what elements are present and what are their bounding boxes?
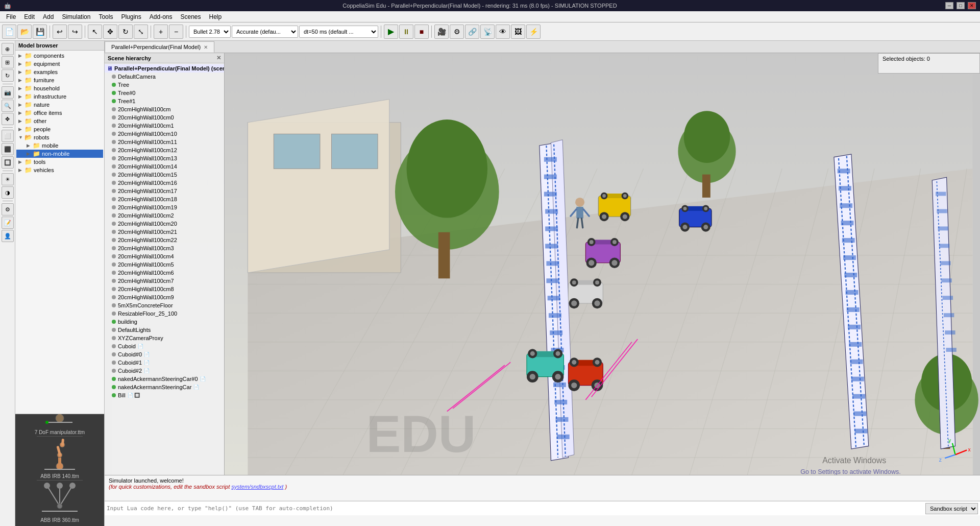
menu-scenes[interactable]: Scenes <box>177 12 205 21</box>
sh-item-wall6[interactable]: 20cmHighWall100cm6 <box>105 269 224 277</box>
sh-item-wall17[interactable]: 20cmHighWall100cm17 <box>105 187 224 195</box>
move-button[interactable]: ✥ <box>103 25 117 39</box>
sh-item-cuboid2[interactable]: Cuboid#2 📄 <box>105 367 224 375</box>
open-button[interactable]: 📂 <box>17 25 32 39</box>
menu-addons[interactable]: Add-ons <box>145 12 177 21</box>
folder-examples[interactable]: ▶ 📁 examples <box>16 68 103 76</box>
menu-add[interactable]: Add <box>39 12 58 21</box>
rotate-button[interactable]: ↻ <box>118 25 133 39</box>
sh-item-building[interactable]: building <box>105 318 224 326</box>
sh-item-wall12[interactable]: 20cmHighWall100cm12 <box>105 146 224 154</box>
lt-object-btn[interactable]: ⊕ <box>2 43 14 55</box>
lt-camera-btn[interactable]: 📷 <box>2 86 14 99</box>
undo-button[interactable]: ↩ <box>53 25 67 39</box>
folder-furniture[interactable]: ▶ 📁 furniture <box>16 76 103 84</box>
folder-people[interactable]: ▶ 📁 people <box>16 125 103 133</box>
lt-rotate-btn[interactable]: ↻ <box>2 69 14 82</box>
sh-item-wall14[interactable]: 20cmHighWall100cm14 <box>105 162 224 171</box>
folder-tools[interactable]: ▶ 📁 tools <box>16 158 103 166</box>
lt-translate-btn[interactable]: ⊞ <box>2 56 14 68</box>
sh-item-cuboid1[interactable]: Cuboid#1 📄 <box>105 358 224 367</box>
sh-item-wall8[interactable]: 20cmHighWall100cm8 <box>105 285 224 293</box>
folder-household[interactable]: ▶ 📁 household <box>16 84 103 92</box>
sh-item-tree1[interactable]: Tree#1 <box>105 97 224 105</box>
sh-item-ackermann[interactable]: nakedAckermannSteeringCar 📄 <box>105 383 224 391</box>
stop-button[interactable]: ■ <box>414 25 429 39</box>
sh-item-wall7[interactable]: 20cmHighWall100cm7 <box>105 277 224 285</box>
physics-engine-dropdown[interactable]: Bullet 2.78 <box>189 26 231 38</box>
scene-hierarchy-close[interactable]: ✕ <box>216 55 221 61</box>
menu-plugins[interactable]: Plugins <box>117 12 145 21</box>
object-button[interactable]: ⚙ <box>450 25 464 39</box>
minimize-button[interactable]: ─ <box>945 2 953 9</box>
play-button[interactable]: ▶ <box>384 25 398 39</box>
restore-button[interactable]: □ <box>957 2 965 9</box>
status-script-link[interactable]: system/sndbxscpt.txt <box>231 484 283 490</box>
sh-item-cuboid0[interactable]: Cuboid#0 📄 <box>105 350 224 358</box>
select-button[interactable]: ↖ <box>88 25 102 39</box>
menu-simulation[interactable]: Simulation <box>58 12 94 21</box>
sh-item-defaultcamera[interactable]: DefaultCamera <box>105 73 224 81</box>
lt-light-btn[interactable]: ☀ <box>2 173 14 185</box>
folder-office-items[interactable]: ▶ 📁 office items <box>16 109 103 117</box>
folder-robots[interactable]: ▼ 📂 robots <box>16 133 103 141</box>
sh-item-wall9[interactable]: 20cmHighWall100cm9 <box>105 293 224 301</box>
pause-button[interactable]: ⏸ <box>399 25 413 39</box>
tab-main[interactable]: Parallel+Perpendicular(Final Model) ✕ <box>105 41 214 53</box>
sh-item-tree0[interactable]: Tree#0 <box>105 89 224 97</box>
folder-mobile[interactable]: ▶ 📁 mobile <box>16 141 103 150</box>
scene-3d-area[interactable]: EDU x y z Activate Windows Go to Setting… <box>105 53 980 475</box>
menu-file[interactable]: File <box>2 12 20 21</box>
scene-viewport[interactable]: Scene hierarchy ✕ 🖥 Parallel+Perpendicul… <box>105 53 980 475</box>
sh-item-bill[interactable]: Bill 📄 🔲 <box>105 391 224 399</box>
sh-item-wall1[interactable]: 20cmHighWall100cm1 <box>105 122 224 130</box>
folder-nature[interactable]: ▶ 📁 nature <box>16 101 103 109</box>
sh-item-wall20[interactable]: 20cmHighWall100cm20 <box>105 220 224 228</box>
lt-user-btn[interactable]: 👤 <box>2 230 14 242</box>
eye-button[interactable]: 👁 <box>496 25 510 39</box>
sh-item-wall21[interactable]: 20cmHighWall100cm21 <box>105 228 224 236</box>
menu-tools[interactable]: Tools <box>94 12 117 21</box>
folder-equipment[interactable]: ▶ 📁 equipment <box>16 60 103 68</box>
sh-item-wall0[interactable]: 20cmHighWall100cm0 <box>105 113 224 122</box>
sh-item-wall18[interactable]: 20cmHighWall100cm18 <box>105 195 224 203</box>
sh-item-cuboid[interactable]: Cuboid 📄 <box>105 342 224 350</box>
save-button[interactable]: 💾 <box>33 25 47 39</box>
sh-item-wall15[interactable]: 20cmHighWall100cm15 <box>105 171 224 179</box>
sh-item-xyzcameraproxy[interactable]: XYZCameraProxy <box>105 334 224 342</box>
close-button[interactable]: ✕ <box>968 2 976 9</box>
folder-components[interactable]: ▶ 📁 components <box>16 52 103 60</box>
lt-shadow-btn[interactable]: ◑ <box>2 186 14 199</box>
lua-input-field[interactable] <box>107 503 925 514</box>
accuracy-dropdown[interactable]: Accurate (defau... <box>232 26 298 38</box>
menu-edit[interactable]: Edit <box>20 12 39 21</box>
menu-help[interactable]: Help <box>205 12 226 21</box>
sh-item-wall5[interactable]: 20cmHighWall100cm5 <box>105 260 224 269</box>
zoom-in-button[interactable]: + <box>154 25 168 39</box>
sh-item-wall2[interactable]: 20cmHighWall100cm2 <box>105 211 224 220</box>
camera-button[interactable]: 🎥 <box>434 25 449 39</box>
sh-item-resizablefloor[interactable]: ResizableFloor_25_100 <box>105 309 224 318</box>
timestep-dropdown[interactable]: dt=50 ms (default ... <box>299 26 378 38</box>
sh-item-wall11[interactable]: 20cmHighWall100cm11 <box>105 138 224 146</box>
sh-item-wall10[interactable]: 20cmHighWall100cm10 <box>105 130 224 138</box>
sh-item-wall13[interactable]: 20cmHighWall100cm13 <box>105 154 224 162</box>
sh-item-tree[interactable]: Tree <box>105 81 224 89</box>
zoom-out-button[interactable]: − <box>169 25 183 39</box>
lt-wire-btn[interactable]: ⬜ <box>2 130 14 142</box>
sh-item-wall22[interactable]: 20cmHighWall100cm22 <box>105 236 224 244</box>
scale-button[interactable]: ⤡ <box>134 25 148 39</box>
sandbox-script-dropdown[interactable]: Sandbox script <box>925 503 978 514</box>
folder-vehicles[interactable]: ▶ 📁 vehicles <box>16 166 103 174</box>
folder-other[interactable]: ▶ 📁 other <box>16 117 103 125</box>
sh-item-wall4[interactable]: 20cmHighWall100cm4 <box>105 252 224 260</box>
lt-sim-btn[interactable]: ⚙ <box>2 203 14 216</box>
sh-item-wall19[interactable]: 20cmHighWall100cm19 <box>105 203 224 211</box>
sh-item-wall16[interactable]: 20cmHighWall100cm16 <box>105 179 224 187</box>
sh-item-wall3[interactable]: 20cmHighWall100cm3 <box>105 244 224 252</box>
extra-button[interactable]: ⚡ <box>526 25 541 39</box>
sh-root[interactable]: 🖥 Parallel+Perpendicular(Final Model) (s… <box>105 64 224 73</box>
sh-item-wall[interactable]: 20cmHighWall100cm <box>105 105 224 113</box>
folder-non-mobile[interactable]: ▶ 📁 non-mobile <box>16 150 103 158</box>
render-button[interactable]: 🖼 <box>511 25 525 39</box>
